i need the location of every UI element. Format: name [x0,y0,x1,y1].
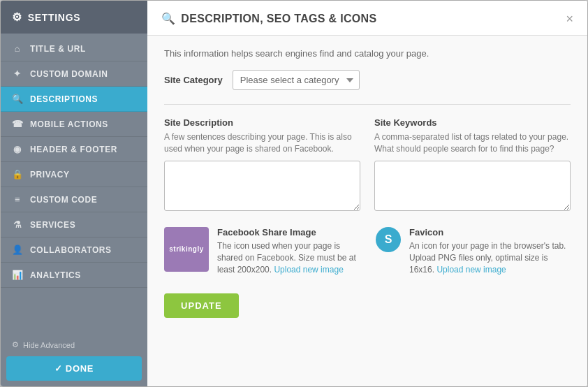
sidebar-header: ⚙ SETTINGS [1,1,147,34]
analytics-icon: 📊 [12,270,23,280]
home-icon: ⌂ [12,43,23,54]
hide-advanced-label: Hide Advanced [23,341,75,349]
sidebar-item-descriptions[interactable]: 🔍 DESCRIPTIONS [1,87,147,112]
site-description-textarea[interactable] [164,161,360,211]
image-row: strikingly Facebook Share Image The icon… [164,227,571,277]
sidebar-footer: ⚙ Hide Advanced ✓ DONE [1,330,147,386]
nav-label-custom-code: CUSTOM CODE [30,195,97,205]
sidebar-item-collaborators[interactable]: 👤 COLLABORATORS [1,238,147,263]
favicon-info: Favicon An icon for your page in the bro… [409,227,571,277]
sidebar-item-privacy[interactable]: 🔒 PRIVACY [1,162,147,187]
favicon-item: S Favicon An icon for your page in the b… [376,227,571,277]
settings-window: ⚙ SETTINGS ⌂ TITLE & URL ✦ CUSTOM DOMAIN… [0,0,588,387]
facebook-share-thumbnail: strikingly [164,227,209,272]
facebook-upload-link[interactable]: Upload new image [274,265,343,275]
nav-label-header-footer: HEADER & FOOTER [30,145,117,154]
facebook-share-info: Facebook Share Image The icon used when … [217,227,359,277]
nav-label-title-url: TITLE & URL [30,44,86,54]
site-keywords-desc: A comma-separated list of tags related t… [374,131,571,155]
keywords-column: Site Keywords A comma-separated list of … [374,117,571,213]
sidebar-item-custom-domain[interactable]: ✦ CUSTOM DOMAIN [1,61,147,87]
site-description-desc: A few sentences describing your page. Th… [164,131,360,155]
site-category-label: Site Category [164,75,223,85]
facebook-share-title: Facebook Share Image [217,227,359,238]
divider [164,104,571,105]
services-icon: ⚗ [12,219,23,230]
favicon-thumbnail: S [376,227,401,252]
nav-label-descriptions: DESCRIPTIONS [30,94,98,104]
site-description-title: Site Description [164,117,360,128]
close-button[interactable]: × [566,13,573,25]
favicon-upload-link[interactable]: Upload new image [436,265,506,275]
main-content: 🔍 DESCRIPTION, SEO TAGS & ICONS × This i… [147,1,587,386]
search-icon: 🔍 [12,94,23,104]
page-title: DESCRIPTION, SEO TAGS & ICONS [181,13,376,25]
hide-advanced-button[interactable]: ⚙ Hide Advanced [6,336,142,353]
site-category-row: Site Category Please select a category [164,70,571,90]
sidebar-item-title-url[interactable]: ⌂ TITLE & URL [1,36,147,61]
search-header-icon: 🔍 [161,12,175,25]
sidebar-item-services[interactable]: ⚗ SERVICES [1,212,147,238]
gear-small-icon: ⚙ [12,340,19,349]
gear-icon: ⚙ [12,10,22,24]
description-column: Site Description A few sentences describ… [164,117,360,213]
sidebar-item-analytics[interactable]: 📊 ANALYTICS [1,263,147,288]
nav-label-collaborators: COLLABORATORS [30,245,112,255]
subtitle-text: This information helps search engines fi… [164,48,571,59]
main-body: This information helps search engines fi… [147,36,587,386]
fb-thumb-text: strikingly [169,245,203,253]
facebook-share-desc: The icon used when your page is shared o… [217,240,359,277]
sidebar: ⚙ SETTINGS ⌂ TITLE & URL ✦ CUSTOM DOMAIN… [1,1,147,386]
favicon-desc: An icon for your page in the browser's t… [409,240,571,277]
lock-icon: 🔒 [12,169,23,180]
nav-label-services: SERVICES [30,220,75,230]
main-header: 🔍 DESCRIPTION, SEO TAGS & ICONS × [147,1,587,36]
two-column-section: Site Description A few sentences describ… [164,117,571,213]
done-button[interactable]: ✓ DONE [6,356,142,381]
facebook-share-image-item: strikingly Facebook Share Image The icon… [164,227,359,277]
nav-label-analytics: ANALYTICS [30,270,81,280]
nav-label-custom-domain: CUSTOM DOMAIN [30,69,108,79]
favicon-letter: S [385,233,392,246]
code-icon: ≡ [12,194,23,205]
favicon-title: Favicon [409,227,571,238]
nav-label-mobile-actions: MOBILE ACTIONS [30,119,108,129]
update-button[interactable]: UPDATE [164,293,239,318]
domain-icon: ✦ [12,68,23,79]
sidebar-item-mobile-actions[interactable]: ☎ MOBILE ACTIONS [1,112,147,137]
header-icon: ◉ [12,144,23,154]
site-keywords-title: Site Keywords [374,117,571,128]
phone-icon: ☎ [12,119,23,129]
site-category-select[interactable]: Please select a category [233,70,360,90]
nav-label-privacy: PRIVACY [30,170,70,180]
sidebar-item-header-footer[interactable]: ◉ HEADER & FOOTER [1,137,147,162]
people-icon: 👤 [12,244,23,255]
site-keywords-textarea[interactable] [374,161,571,211]
sidebar-title: SETTINGS [28,12,81,23]
sidebar-item-custom-code[interactable]: ≡ CUSTOM CODE [1,187,147,212]
sidebar-nav: ⌂ TITLE & URL ✦ CUSTOM DOMAIN 🔍 DESCRIPT… [1,34,147,330]
main-header-title: 🔍 DESCRIPTION, SEO TAGS & ICONS [161,12,376,25]
